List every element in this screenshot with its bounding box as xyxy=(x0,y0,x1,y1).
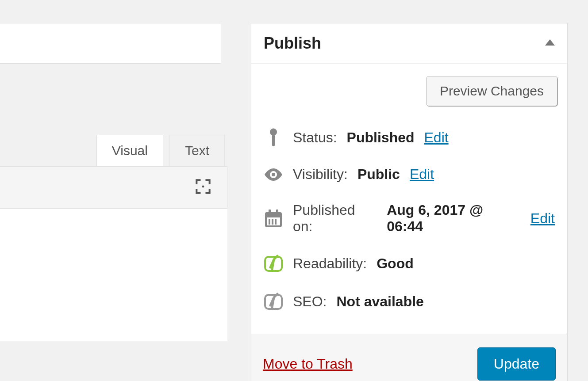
svg-rect-11 xyxy=(275,219,277,225)
publish-header[interactable]: Publish xyxy=(251,23,567,64)
preview-changes-label: Preview Changes xyxy=(440,84,544,98)
yoast-readability-icon xyxy=(264,254,283,273)
seo-row: SEO: Not available xyxy=(264,282,555,320)
svg-rect-6 xyxy=(266,213,281,217)
status-row: Status: Published Edit xyxy=(264,118,555,156)
published-on-label: Published on: xyxy=(293,202,377,235)
seo-value: Not available xyxy=(336,293,423,310)
visibility-row: Visibility: Public Edit xyxy=(264,156,555,192)
published-on-row: Published on: Aug 6, 2017 @ 06:44 Edit xyxy=(264,192,555,244)
status-label: Status: xyxy=(293,130,337,146)
preview-changes-button[interactable]: Preview Changes xyxy=(426,76,557,106)
publish-rows: Status: Published Edit Visibility: Publi… xyxy=(251,115,567,334)
move-to-trash-link[interactable]: Move to Trash xyxy=(263,356,353,372)
publish-title: Publish xyxy=(264,34,321,53)
yoast-seo-icon xyxy=(264,292,283,311)
post-title-input[interactable] xyxy=(0,23,221,64)
status-edit-link[interactable]: Edit xyxy=(424,130,449,146)
readability-value: Good xyxy=(377,255,414,272)
status-value: Published xyxy=(347,130,415,146)
eye-icon xyxy=(264,168,283,181)
calendar-icon xyxy=(264,210,283,227)
editor-body[interactable] xyxy=(0,209,227,341)
visibility-value: Public xyxy=(357,166,400,183)
publish-metabox: Publish Preview Changes Status: Publ xyxy=(251,23,568,381)
tab-text[interactable]: Text xyxy=(169,135,225,166)
fullscreen-icon[interactable] xyxy=(193,177,213,198)
readability-label: Readability: xyxy=(293,255,367,272)
key-icon xyxy=(264,128,283,147)
visibility-label: Visibility: xyxy=(293,166,348,183)
editor-region: Visual Text xyxy=(0,135,227,341)
collapse-icon[interactable] xyxy=(545,39,555,47)
svg-point-0 xyxy=(202,186,204,188)
editor-toolbar xyxy=(0,166,227,209)
tab-visual[interactable]: Visual xyxy=(96,135,163,166)
svg-rect-3 xyxy=(272,135,275,146)
published-on-edit-link[interactable]: Edit xyxy=(530,210,555,227)
editor-tabs: Visual Text xyxy=(0,135,227,166)
update-button[interactable]: Update xyxy=(477,347,556,381)
seo-label: SEO: xyxy=(293,293,327,310)
svg-marker-1 xyxy=(545,39,555,46)
svg-rect-9 xyxy=(269,219,270,225)
svg-rect-8 xyxy=(276,210,278,214)
tab-text-label: Text xyxy=(185,143,209,158)
svg-point-2 xyxy=(270,129,277,136)
tab-visual-label: Visual xyxy=(112,143,148,158)
readability-row: Readability: Good xyxy=(264,244,555,282)
visibility-edit-link[interactable]: Edit xyxy=(410,166,434,183)
svg-rect-7 xyxy=(269,210,271,214)
svg-rect-10 xyxy=(272,219,273,225)
publish-footer: Move to Trash Update xyxy=(251,334,567,381)
publish-actions-top: Preview Changes xyxy=(251,64,567,115)
update-button-label: Update xyxy=(494,356,539,372)
published-on-value: Aug 6, 2017 @ 06:44 xyxy=(387,202,521,235)
svg-point-4 xyxy=(272,173,275,176)
